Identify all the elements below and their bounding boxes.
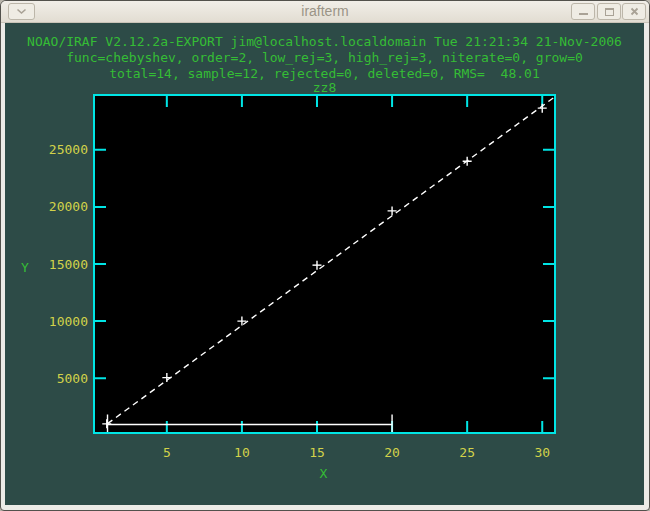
y-tick-label: 20000 [49,199,88,214]
y-axis-label: Y [21,260,29,275]
y-tick-label: 15000 [49,257,88,272]
y-tick-labels: 500010000150002000025000 [49,142,88,385]
y-tick-label: 25000 [49,142,88,157]
plot-area[interactable]: 51015202530500010000150002000025000XY [1,1,650,511]
plot-background [94,95,555,433]
window-title: irafterm [1,3,649,19]
x-tick-label: 15 [309,445,325,460]
maximize-button[interactable] [597,3,621,20]
irafterm-window: NOAO/IRAF V2.12.2a-EXPORT jim@localhost.… [0,0,650,511]
close-icon [630,7,639,16]
y-tick-label: 5000 [57,371,88,386]
minimize-button[interactable] [571,3,595,20]
minimize-icon [579,13,588,15]
x-axis-label: X [320,466,328,481]
maximize-icon [605,8,614,16]
window-titlebar: irafterm [1,1,649,23]
x-tick-label: 20 [384,445,400,460]
y-tick-label: 10000 [49,314,88,329]
x-tick-label: 25 [459,445,475,460]
x-tick-label: 10 [234,445,250,460]
x-tick-labels: 51015202530 [163,445,550,460]
close-button[interactable] [622,3,646,20]
x-tick-label: 30 [534,445,550,460]
x-tick-label: 5 [163,445,171,460]
